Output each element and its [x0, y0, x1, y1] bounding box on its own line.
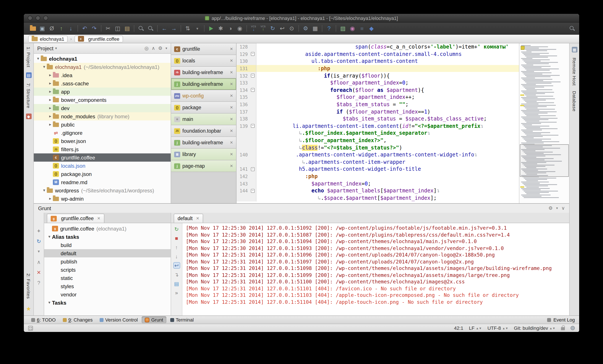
tree-expand-icon[interactable]: ▼: [35, 57, 41, 61]
tree-expand-icon[interactable]: ▼: [47, 235, 52, 239]
back-icon[interactable]: ←: [160, 24, 169, 33]
sort-caret-icon[interactable]: ▾: [193, 24, 202, 33]
editor-line[interactable]: ↳.apartments-content-item-wrapper: [236, 158, 519, 165]
project-tree-item[interactable]: git.gitignore: [34, 129, 171, 137]
tree-expand-icon[interactable]: ►: [48, 98, 53, 102]
undo-icon[interactable]: ↶: [80, 24, 89, 33]
filter-tasks-icon[interactable]: ▼: [35, 248, 42, 255]
project-tree-item[interactable]: ▼elochnaya1: [34, 55, 171, 63]
zoom-window-button[interactable]: [43, 16, 48, 20]
grunt-task-item[interactable]: build: [44, 241, 171, 249]
project-tree-item[interactable]: ▼elochnaya1(~/Sites/elochnaya1/elochnaya…: [34, 63, 171, 71]
coverage-icon[interactable]: ◑: [226, 24, 235, 33]
close-icon[interactable]: ✕: [97, 216, 100, 221]
project-panel-title[interactable]: Project: [37, 45, 54, 51]
vcs-update-icon[interactable]: VCS↓: [249, 24, 258, 33]
grunt-task-item[interactable]: ▼Tasks: [44, 299, 171, 307]
git-branch-widget[interactable]: Git: building/dev ▲▼: [514, 325, 556, 331]
editor-tab[interactable]: {}package✕: [171, 102, 236, 114]
breadcrumb-file[interactable]: c gruntfile.coffee: [74, 35, 123, 42]
find-icon[interactable]: [137, 24, 146, 33]
minimize-window-button[interactable]: [35, 16, 40, 20]
remove-gruntfile-icon[interactable]: ✕: [35, 269, 42, 276]
debug-icon[interactable]: ✱: [216, 24, 225, 33]
line-ending-widget[interactable]: LF ▲▼: [469, 325, 482, 331]
stop-icon[interactable]: ■: [173, 235, 180, 241]
inspections-icon[interactable]: [570, 326, 575, 330]
editor-tab[interactable]: jbuilding-wireframe✕: [171, 137, 236, 149]
tool-button-database[interactable]: Database: [572, 91, 577, 111]
project-tree-item[interactable]: ►bower_components: [34, 96, 171, 104]
project-tree-item[interactable]: {}bower.json: [34, 137, 171, 145]
reload-tasks-icon[interactable]: ↻: [35, 238, 42, 244]
grunt-task-item[interactable]: styles: [44, 282, 171, 290]
scroll-to-end-icon[interactable]: ↴: [173, 271, 180, 278]
hide-panel-icon[interactable]: ∨: [561, 205, 565, 211]
close-tab-icon[interactable]: ✕: [228, 59, 233, 63]
run-icon[interactable]: [207, 24, 216, 33]
tool-button-favorites[interactable]: 2: Favorites: [26, 273, 31, 299]
editor-line[interactable]: 132−if(is_array($floor)){: [236, 72, 519, 79]
fold-icon[interactable]: −: [251, 74, 255, 78]
replace-icon[interactable]: [146, 24, 155, 33]
project-tree-item[interactable]: JSfilters.js: [34, 145, 171, 153]
title-bar[interactable]: app/.../building-wireframe - [elochnaya1…: [24, 14, 579, 23]
editor-line[interactable]: 139−li.apartments-content-item.content(i…: [236, 122, 519, 129]
fold-icon[interactable]: −: [251, 88, 255, 92]
remote-host-icon[interactable]: ▦: [572, 47, 577, 52]
editor-tab[interactable]: jbuilding-wireframe✕: [171, 78, 236, 90]
gear-icon[interactable]: ⚙: [548, 205, 553, 211]
project-tree-item[interactable]: cgruntfile.coffee: [34, 153, 171, 162]
tree-expand-icon[interactable]: ►: [48, 106, 53, 110]
encoding-widget[interactable]: UTF-8 ▲▼: [487, 325, 508, 331]
tree-expand-icon[interactable]: ▼: [47, 301, 52, 305]
chevron-down-icon[interactable]: ▾: [165, 46, 167, 50]
search-everywhere-icon[interactable]: [569, 25, 575, 31]
paste-icon[interactable]: ▤: [123, 24, 132, 33]
download-icon[interactable]: ↓: [66, 24, 75, 33]
editor-line[interactable]: 144−echo $apartment_labels[$apartment_in…: [236, 187, 519, 194]
tool-button-todo[interactable]: 6: TODO: [28, 316, 59, 323]
editor-tab[interactable]: {}locals✕: [171, 55, 236, 67]
editor-tab[interactable]: ≣library✕: [171, 149, 236, 160]
fold-icon[interactable]: −: [251, 124, 255, 128]
project-tree-item[interactable]: ►dev: [34, 104, 171, 112]
editor-line[interactable]: 138$tabs_item_status = $space.$tabs_clas…: [236, 115, 519, 122]
lock-icon[interactable]: [561, 327, 565, 330]
gear-icon[interactable]: ⚙: [158, 46, 162, 51]
project-tree-item[interactable]: ►public: [34, 120, 171, 129]
tree-expand-icon[interactable]: ►: [48, 90, 53, 94]
add-gruntfile-icon[interactable]: +: [35, 227, 42, 234]
close-window-button[interactable]: [28, 16, 33, 20]
project-tree-item[interactable]: Mreadme.md: [34, 178, 171, 186]
clear-all-icon[interactable]: ▤: [173, 280, 180, 287]
editor-tab[interactable]: ≡main✕: [171, 114, 236, 125]
editor-line[interactable]: 136$tabs_item_status = "";: [236, 101, 519, 108]
attach-icon[interactable]: ◉: [235, 24, 244, 33]
editor-tab[interactable]: JSfoundation.topbar✕: [171, 125, 236, 137]
editor-line[interactable]: 135$floor_apartment_index++;: [236, 94, 519, 101]
save-all-icon[interactable]: ▣: [38, 24, 47, 33]
close-tab-icon[interactable]: ✕: [228, 82, 233, 86]
rollback-icon[interactable]: ↩: [278, 24, 287, 33]
close-tab-icon[interactable]: ✕: [228, 164, 233, 168]
project-tree-item[interactable]: {}package.json: [34, 170, 171, 178]
editor-line[interactable]: 128span(class=c_a_n_colors+'-label')=ite…: [236, 43, 519, 50]
project-structure-icon[interactable]: ▦: [311, 24, 320, 33]
editor-line[interactable]: ↳.$space.$apartment[$apartment_index];: [236, 194, 519, 201]
tool-button-changes[interactable]: 9: Changes: [59, 316, 96, 323]
tool-button-remote-host[interactable]: Remote Host: [572, 58, 577, 86]
tool-button-grunt[interactable]: Grunt: [142, 316, 166, 323]
code-minimap[interactable]: [519, 43, 569, 203]
close-tab-icon[interactable]: ✕: [228, 47, 233, 51]
tree-expand-icon[interactable]: ►: [48, 114, 53, 118]
rerun-icon[interactable]: ↻: [173, 226, 180, 232]
fold-icon[interactable]: −: [251, 167, 255, 171]
soft-wrap-icon[interactable]: ↩: [173, 262, 180, 269]
color-picker-icon[interactable]: ◉: [348, 24, 357, 33]
grunt-console-tab[interactable]: default ✕: [174, 214, 203, 223]
editor-line[interactable]: 130ul.tabs-content.apartments-content: [236, 58, 519, 65]
grunt-task-item[interactable]: publish: [44, 258, 171, 266]
editor-line[interactable]: 142:php: [236, 173, 519, 180]
editor-tab[interactable]: phpwp-config✕: [171, 90, 236, 102]
